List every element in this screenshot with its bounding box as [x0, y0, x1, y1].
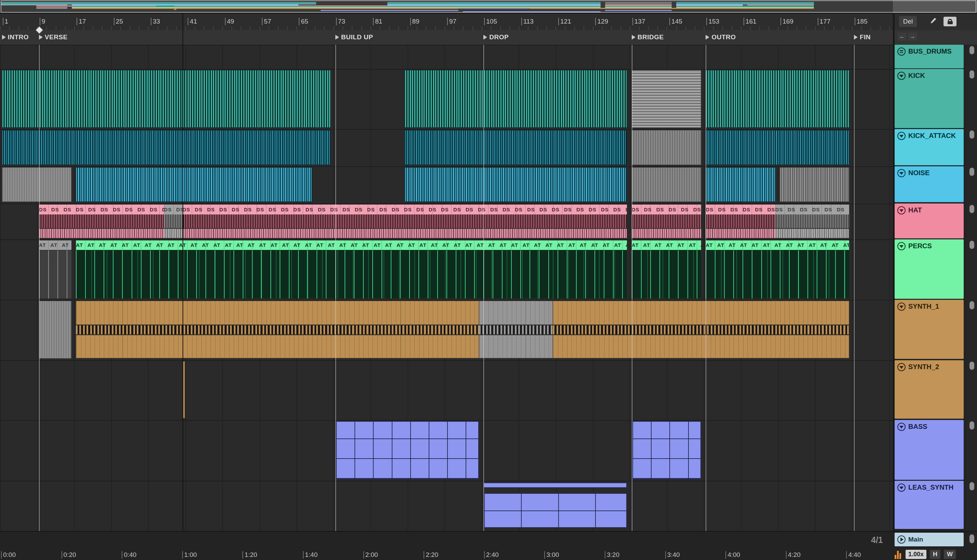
track-row-percs[interactable]: AT AT AT AT AT AT AT AT AT AT AT AT AT A… — [0, 239, 893, 299]
track-scroll-handle[interactable] — [969, 482, 974, 490]
kick_attack-clip[interactable] — [632, 130, 701, 165]
synth_1-clip[interactable] — [39, 301, 72, 358]
track-row-noise[interactable] — [0, 166, 893, 202]
track-row-kick_attack[interactable] — [0, 129, 893, 165]
track-row-leas_synth[interactable] — [0, 481, 893, 529]
hat-clip[interactable]: DS DS DS DS DS DS DS DS DS DS DS DS DS D… — [39, 205, 164, 238]
optimize-width-button[interactable]: W — [944, 550, 956, 559]
locator-outro[interactable]: OUTRO — [706, 32, 736, 42]
leas_synth-clip[interactable] — [483, 482, 627, 528]
collapse-icon[interactable] — [897, 363, 905, 371]
kick-clip[interactable] — [182, 70, 331, 128]
main-scroll-handle[interactable] — [969, 534, 974, 543]
kick-clip[interactable] — [706, 70, 849, 128]
track-scroll-handle[interactable] — [969, 46, 974, 54]
locator-verse[interactable]: VERSE — [39, 32, 68, 42]
synth_1-clip[interactable] — [553, 301, 849, 358]
locator-build-up[interactable]: BUILD UP — [335, 32, 373, 42]
collapse-icon[interactable] — [897, 483, 905, 492]
track-scroll-handle[interactable] — [969, 70, 974, 78]
kick_attack-clip[interactable] — [405, 130, 627, 165]
track-scroll-handle[interactable] — [969, 168, 974, 176]
collapse-icon[interactable] — [897, 303, 905, 311]
draw-mode-button[interactable] — [927, 17, 939, 26]
arrangement-area[interactable]: DS DS DS DS DS DS DS DS DS DS DS DS DS D… — [0, 45, 893, 531]
bass-clip[interactable] — [335, 421, 479, 479]
track-row-bus_drums[interactable] — [0, 45, 893, 68]
track-header-bass[interactable]: BASS — [895, 420, 964, 480]
locator-bridge[interactable]: BRIDGE — [632, 32, 664, 42]
hat-clip[interactable]: DS DS DS DS DS DS DS DS — [632, 205, 701, 238]
locator-fin[interactable]: FIN — [854, 32, 871, 42]
lock-button[interactable] — [944, 17, 957, 26]
locator-drop[interactable]: DROP — [483, 32, 509, 42]
kick_attack-clip[interactable] — [2, 130, 331, 165]
bar-number: 25 — [114, 18, 123, 25]
collapse-icon[interactable] — [897, 132, 905, 140]
percs-clip[interactable]: AT AT AT AT AT AT AT — [632, 240, 701, 298]
noise-clip[interactable] — [632, 167, 701, 202]
noise-clip[interactable] — [780, 167, 849, 202]
bar-ruler[interactable]: 1917253341495765738189971051131211291371… — [0, 14, 977, 30]
track-header-percs[interactable]: PERCS — [895, 239, 964, 299]
hat-clip[interactable]: DS DS — [164, 205, 182, 238]
track-row-synth_1[interactable] — [0, 300, 893, 359]
track-scroll-handle[interactable] — [969, 422, 974, 430]
noise-clip[interactable] — [76, 167, 312, 202]
percs-clip[interactable]: AT AT AT — [39, 240, 72, 298]
percs-clip[interactable]: AT AT AT AT AT AT AT AT AT AT AT AT AT A… — [76, 240, 627, 298]
track-header-kick[interactable]: KICK — [895, 69, 964, 128]
hat-clip[interactable]: DS DS DS DS DS DS DS DS DS DS DS DS DS D… — [182, 205, 627, 238]
track-scroll-handle[interactable] — [969, 241, 974, 249]
collapse-icon[interactable] — [897, 169, 905, 177]
kick-clip[interactable] — [632, 70, 701, 128]
track-header-main[interactable]: Main — [895, 533, 964, 546]
noise-clip[interactable] — [706, 167, 775, 202]
hat-clip[interactable]: DS DS DS DS DS DS DS DS — [706, 205, 775, 238]
kick-clip[interactable] — [405, 70, 627, 128]
collapse-icon[interactable] — [897, 72, 905, 80]
overview-view-rectangle[interactable] — [1, 0, 976, 13]
track-scroll-handle[interactable] — [969, 130, 974, 138]
collapse-icon[interactable] — [897, 242, 905, 250]
kick_attack-clip[interactable] — [706, 130, 849, 165]
track-header-bus_drums[interactable]: BUS_DRUMS — [895, 45, 964, 68]
scroll-left-button[interactable]: ← — [898, 32, 907, 41]
arrangement-overview[interactable] — [0, 0, 977, 14]
track-scrollbar-column[interactable] — [967, 45, 977, 531]
bass-clip[interactable] — [632, 421, 701, 479]
track-scroll-handle[interactable] — [969, 205, 974, 213]
percs-clip[interactable]: AT AT AT AT AT AT AT AT AT AT AT AT AT A… — [706, 240, 849, 298]
track-header-hat[interactable]: HAT — [895, 203, 964, 238]
track-row-hat[interactable]: DS DS DS DS DS DS DS DS DS DS DS DS DS D… — [0, 203, 893, 238]
collapse-icon[interactable] — [897, 206, 905, 215]
hat-clip[interactable]: DS DS DS DS DS DS DS DS — [775, 205, 850, 238]
track-scroll-handle[interactable] — [969, 301, 974, 309]
synth_1-clip[interactable] — [479, 301, 553, 358]
track-header-synth_1[interactable]: SYNTH_1 — [895, 300, 964, 359]
noise-clip[interactable] — [2, 167, 72, 202]
locator-intro[interactable]: INTRO — [2, 32, 29, 42]
group-icon[interactable] — [897, 47, 905, 56]
track-row-synth_2[interactable] — [0, 360, 893, 418]
track-row-bass[interactable] — [0, 420, 893, 480]
track-header-noise[interactable]: NOISE — [895, 166, 964, 202]
locator-row[interactable]: INTROVERSEBUILD UPDROPBRIDGEOUTROFIN — [0, 30, 977, 45]
optimize-height-button[interactable]: H — [930, 550, 940, 559]
scroll-right-button[interactable]: → — [908, 32, 917, 41]
track-header-kick_attack[interactable]: KICK_ATTACK — [895, 129, 964, 165]
synth_1-clip[interactable] — [76, 301, 479, 358]
kick-clip[interactable] — [2, 70, 182, 128]
collapse-icon[interactable] — [897, 423, 905, 431]
locator-flag-icon — [39, 35, 43, 40]
track-scroll-handle[interactable] — [969, 362, 974, 370]
time-ruler[interactable]: 0:000:200:401:001:201:402:002:202:403:00… — [0, 551, 893, 560]
noise-clip[interactable] — [405, 167, 627, 202]
meter-icon[interactable] — [895, 550, 902, 559]
zoom-level[interactable]: 1.00x — [905, 550, 927, 559]
track-header-leas_synth[interactable]: LEAS_SYNTH — [895, 481, 964, 529]
track-row-kick[interactable] — [0, 69, 893, 128]
track-name: HAT — [908, 206, 922, 214]
track-header-synth_2[interactable]: SYNTH_2 — [895, 360, 964, 418]
delete-button[interactable]: Del — [899, 16, 917, 27]
